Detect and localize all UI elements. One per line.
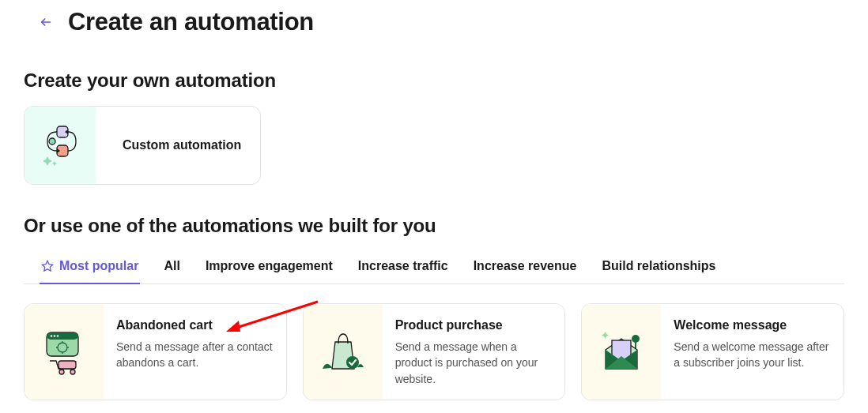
workflow-icon [38, 122, 82, 169]
custom-automation-card[interactable]: Custom automation [24, 106, 261, 185]
card-title: Product purchase [395, 318, 553, 332]
svg-point-9 [51, 336, 53, 338]
svg-point-16 [346, 356, 359, 369]
shopping-bag-icon [315, 323, 372, 380]
template-card-product-purchase[interactable]: Product purchase Send a message when a p… [303, 303, 566, 400]
svg-point-11 [57, 336, 59, 338]
page-title: Create an automation [68, 8, 314, 36]
svg-point-3 [49, 138, 55, 145]
custom-automation-illustration [25, 107, 96, 184]
card-title: Abandoned cart [116, 318, 274, 332]
svg-point-10 [54, 336, 56, 338]
tab-all[interactable]: All [162, 251, 181, 284]
card-description: Send a message when a product is purchas… [395, 339, 553, 387]
tab-improve-engagement[interactable]: Improve engagement [204, 251, 334, 284]
abandoned-cart-icon [36, 323, 92, 380]
section-title-templates: Or use one of the automations we built f… [24, 215, 844, 237]
card-body: Abandoned cart Send a message after a co… [104, 304, 286, 400]
tab-label: All [164, 259, 179, 273]
tab-label: Most popular [59, 259, 138, 273]
svg-point-14 [59, 370, 64, 374]
template-card-abandoned-cart[interactable]: Abandoned cart Send a message after a co… [24, 303, 287, 400]
envelope-icon [593, 323, 650, 380]
card-description: Send a message after a contact abandons … [116, 339, 274, 371]
custom-automation-label: Custom automation [96, 107, 241, 184]
card-title: Welcome message [674, 318, 831, 332]
page-header: Create an automation [24, 8, 844, 36]
svg-rect-13 [58, 361, 76, 369]
template-card-welcome-message[interactable]: Welcome message Send a welcome message a… [581, 303, 844, 400]
arrow-left-icon [40, 16, 52, 28]
abandoned-cart-illustration [25, 304, 104, 400]
svg-point-15 [70, 370, 75, 374]
template-cards-row: Abandoned cart Send a message after a co… [24, 303, 844, 400]
template-tabs: Most popular All Improve engagement Incr… [24, 251, 844, 284]
tab-label: Increase revenue [474, 259, 577, 273]
welcome-message-illustration [582, 304, 661, 400]
tab-increase-revenue[interactable]: Increase revenue [472, 251, 579, 284]
card-body: Welcome message Send a welcome message a… [661, 304, 843, 400]
tab-most-popular[interactable]: Most popular [40, 251, 140, 284]
card-description: Send a welcome message after a subscribe… [674, 339, 831, 371]
svg-marker-6 [42, 261, 52, 271]
tab-label: Build relationships [602, 259, 715, 273]
product-purchase-illustration [304, 304, 383, 400]
tab-label: Increase traffic [358, 259, 448, 273]
card-body: Product purchase Send a message when a p… [383, 304, 565, 400]
tab-build-relationships[interactable]: Build relationships [600, 251, 717, 284]
tab-label: Improve engagement [206, 259, 333, 273]
back-button[interactable] [38, 14, 54, 30]
section-title-custom: Create your own automation [24, 69, 844, 92]
star-icon [41, 260, 54, 272]
tab-increase-traffic[interactable]: Increase traffic [357, 251, 450, 284]
